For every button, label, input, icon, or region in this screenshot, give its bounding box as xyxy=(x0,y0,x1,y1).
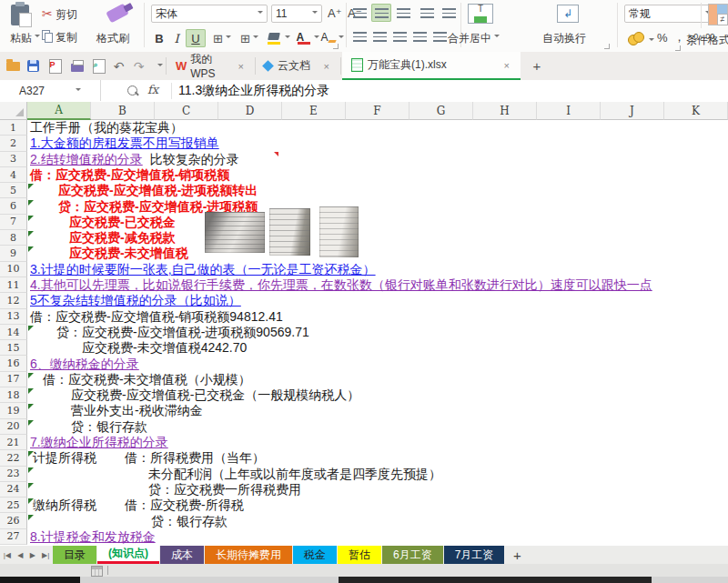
row-header-21[interactable]: 21 xyxy=(0,435,27,450)
sheet-tab-2[interactable]: (知识点) xyxy=(97,546,159,564)
italic-button[interactable]: I xyxy=(169,29,184,47)
row-header-10[interactable]: 10 xyxy=(0,262,27,277)
sheet-row-10[interactable]: 3.计提的时候要附一张表,自己做的表（一无论是工资还税金） xyxy=(27,262,728,277)
doc-tab-wps-home[interactable]: W 我的WPS × xyxy=(168,52,253,80)
row-header-3[interactable]: 3 xyxy=(0,152,27,167)
name-box[interactable]: A327 xyxy=(0,80,101,101)
sheet-rows[interactable]: 工作手册（我的葵花宝典）1.大金额的房租发票不用写报销单2.结转增值税的分录比较… xyxy=(27,120,728,546)
sheet-row-25[interactable]: 缴纳所得税借：应交税费-所得税 xyxy=(27,498,728,513)
row-header-5[interactable]: 5 xyxy=(0,183,27,198)
sheet-row-21[interactable]: 7.缴纳企业所得税的分录 xyxy=(27,435,728,450)
sheet-row-9[interactable]: 应交税费-未交增值税 xyxy=(27,246,728,261)
justify-button[interactable] xyxy=(410,27,430,45)
sheet-row-4[interactable]: 借：应交税费-应交增值税-销项税额 xyxy=(27,167,728,183)
close-icon[interactable]: × xyxy=(237,61,246,72)
sheet-tab-1[interactable]: 目录 xyxy=(53,546,96,564)
column-header-C[interactable]: C xyxy=(155,102,218,120)
receipt-photo-2[interactable] xyxy=(269,208,310,256)
cut-button[interactable]: ✂ 剪切 xyxy=(42,6,77,23)
sheet-row-5[interactable]: 应交税费-应交增值税-进项税额转出 xyxy=(27,183,728,198)
paste-icon[interactable] xyxy=(11,5,29,25)
last-sheet-button[interactable]: ▶| xyxy=(42,551,49,559)
column-header-F[interactable]: F xyxy=(346,102,410,120)
sheet-row-23[interactable]: 未分配利润（上年或以前年度或者是四季度先预提） xyxy=(27,467,728,482)
sheet-row-19[interactable]: 营业外支出-税收滞纳金 xyxy=(27,403,728,418)
distributed-button[interactable] xyxy=(430,27,450,45)
conditional-format-icon[interactable] xyxy=(708,4,728,25)
doc-tab-workbook[interactable]: 万能宝典(1).xlsx × xyxy=(342,52,521,80)
format-painter-icon[interactable] xyxy=(106,4,129,24)
align-middle-button[interactable] xyxy=(371,4,391,22)
sheet-row-2[interactable]: 1.大金额的房租发票不用写报销单 xyxy=(27,136,728,151)
align-right-button[interactable] xyxy=(389,27,410,45)
column-header-A[interactable]: A xyxy=(27,102,91,120)
sheet-tab-7[interactable]: 6月工资 xyxy=(382,546,443,564)
group-expander-icon[interactable] xyxy=(333,44,339,49)
print-preview-button[interactable]: ⌕ xyxy=(91,58,106,74)
first-sheet-button[interactable]: |◀ xyxy=(4,551,11,559)
column-header-G[interactable]: G xyxy=(410,102,473,120)
save-button[interactable] xyxy=(25,58,41,74)
align-center-button[interactable] xyxy=(369,27,389,45)
sheet-row-3[interactable]: 2.结转增值税的分录比较复杂的分录 xyxy=(27,152,728,167)
draw-border-button[interactable]: ⊞ xyxy=(237,29,262,47)
increase-indent-button[interactable] xyxy=(439,4,459,22)
decrease-indent-button[interactable] xyxy=(417,4,437,22)
row-header-19[interactable]: 19 xyxy=(0,403,27,418)
row-header-14[interactable]: 14 xyxy=(0,325,27,340)
redo-button[interactable]: ↷ xyxy=(131,58,147,74)
row-header-1[interactable]: 1 xyxy=(0,120,27,136)
column-header-I[interactable]: I xyxy=(537,102,601,120)
row-header-12[interactable]: 12 xyxy=(0,293,27,308)
new-doc-tab-button[interactable]: + xyxy=(526,52,548,80)
open-file-button[interactable] xyxy=(5,58,21,74)
wrap-text-button[interactable]: 自动换行 xyxy=(542,31,586,46)
receipt-photo-1[interactable] xyxy=(205,212,265,253)
row-header-13[interactable]: 13 xyxy=(0,309,27,325)
format-painter-button[interactable]: 格式刷 xyxy=(96,31,129,46)
sheet-tab-8[interactable]: 7月工资 xyxy=(444,546,505,564)
sheet-row-20[interactable]: 贷：银行存款 xyxy=(27,419,728,435)
sheet-row-6[interactable]: 贷：应交税费-应交增值税-进项税额 xyxy=(27,199,728,215)
sheet-row-11[interactable]: 4.其他可以先理票，比如说银行手续费，你先理票，在数张数（银行对账单和张数进行对… xyxy=(27,277,728,293)
fill-color-button[interactable] xyxy=(266,29,291,47)
column-header-K[interactable]: K xyxy=(664,102,728,120)
row-header-6[interactable]: 6 xyxy=(0,198,27,214)
prev-sheet-button[interactable]: ◀ xyxy=(17,551,23,559)
row-header-2[interactable]: 2 xyxy=(0,136,27,151)
row-header-7[interactable]: 7 xyxy=(0,215,27,230)
next-sheet-button[interactable]: ▶ xyxy=(30,551,35,559)
sheet-row-18[interactable]: 应交税费-应交增值税-已交税金（一般规模纳税人） xyxy=(27,387,728,403)
close-icon[interactable]: × xyxy=(502,60,511,71)
add-sheet-button[interactable]: + xyxy=(505,546,529,564)
row-header-22[interactable]: 22 xyxy=(0,450,27,466)
conditional-format-button[interactable]: 条件格式 xyxy=(686,33,728,48)
undo-button[interactable]: ↶ xyxy=(111,58,126,74)
sheet-row-26[interactable]: 贷：银行存款 xyxy=(27,514,728,529)
row-header-26[interactable]: 26 xyxy=(0,513,27,528)
sheet-row-17[interactable]: 借：应交税费-未交增值税（小规模） xyxy=(27,372,728,387)
currency-format-button[interactable] xyxy=(626,31,650,45)
font-color-button[interactable]: A xyxy=(295,29,320,47)
row-header-27[interactable]: 27 xyxy=(0,529,27,545)
percent-format-button[interactable]: % xyxy=(657,31,668,45)
wrap-text-icon[interactable]: ↲ xyxy=(557,5,579,23)
sheet-row-16[interactable]: 6、缴纳税金的分录 xyxy=(27,357,728,372)
column-header-B[interactable]: B xyxy=(91,102,155,120)
row-header-4[interactable]: 4 xyxy=(0,167,27,183)
font-size-combo[interactable]: 11 xyxy=(271,5,322,23)
row-header-11[interactable]: 11 xyxy=(0,277,27,293)
align-left-button[interactable] xyxy=(349,27,369,45)
quickbar-more-button[interactable] xyxy=(151,58,167,74)
sheet-row-15[interactable]: 应交税费-未交增值税4242.70 xyxy=(27,340,728,356)
align-bottom-button[interactable] xyxy=(393,4,413,22)
group-expander-icon[interactable] xyxy=(604,44,610,49)
number-format-combo[interactable]: 常规 xyxy=(624,5,715,23)
row-header-18[interactable]: 18 xyxy=(0,387,27,403)
sheet-tab-5[interactable]: 税金 xyxy=(293,546,337,564)
sheet-row-12[interactable]: 5不复杂结转增值税的分录（比如说） xyxy=(27,293,728,308)
insert-function-button[interactable]: fx xyxy=(147,83,158,96)
underline-button[interactable]: U xyxy=(186,29,206,47)
column-header-H[interactable]: H xyxy=(473,102,537,120)
column-header-J[interactable]: J xyxy=(601,102,664,120)
